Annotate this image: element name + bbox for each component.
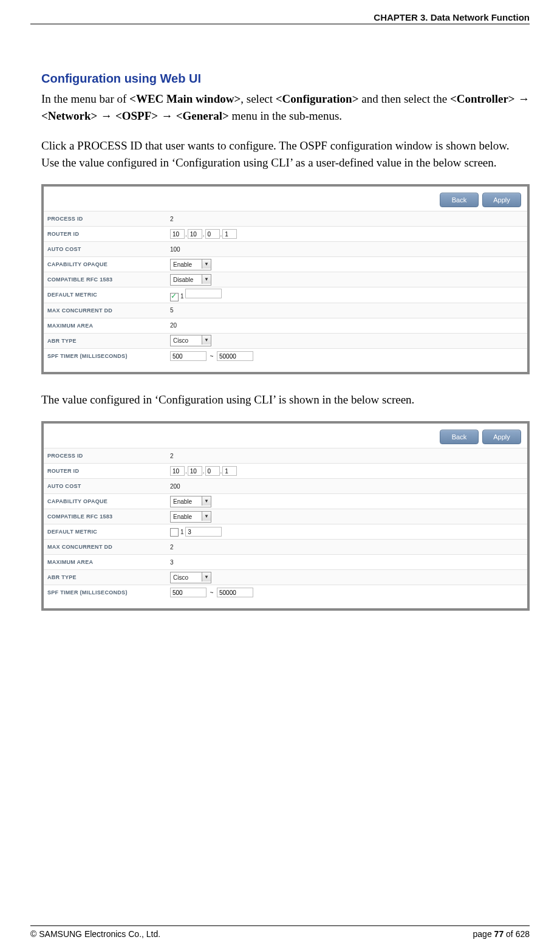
ospf-config-screenshot-1: Back Apply PROCESS ID 2 ROUTER ID 10.10.…	[41, 184, 530, 374]
text: and then select the	[359, 92, 450, 105]
label-max-concurrent-dd: MAX CONCURRENT DD	[44, 303, 166, 318]
abr-type-select[interactable]: Cisco▼	[170, 335, 211, 346]
default-metric-checkbox[interactable]	[170, 528, 179, 537]
label-abr-type: ABR TYPE	[44, 333, 166, 348]
select-value: Enable	[173, 498, 192, 505]
value-max-dd: 5	[166, 303, 527, 318]
compatible-rfc1583-select[interactable]: Disable▼	[170, 274, 211, 286]
bold: <WEC Main window>	[129, 92, 241, 105]
text: of 628	[504, 929, 530, 939]
back-button[interactable]: Back	[440, 193, 479, 207]
config-table: PROCESS ID 2 ROUTER ID 10.10.0.1 AUTO CO…	[44, 448, 527, 600]
spf-timer-from-input[interactable]: 500	[170, 588, 207, 597]
value-auto-cost: 100	[166, 242, 527, 257]
label-max-concurrent-dd: MAX CONCURRENT DD	[44, 540, 166, 555]
chevron-down-icon: ▼	[202, 512, 211, 521]
value-auto-cost: 200	[166, 479, 527, 494]
label-process-id: PROCESS ID	[44, 211, 166, 227]
page-footer: © SAMSUNG Electronics Co., Ltd. page 77 …	[30, 925, 530, 939]
text: Click a PROCESS ID that user wants to co…	[41, 139, 510, 152]
chevron-down-icon: ▼	[202, 275, 211, 284]
router-id-octet-4[interactable]: 1	[222, 466, 237, 476]
arrow-icon: →	[158, 109, 176, 122]
router-id-octet-3[interactable]: 0	[205, 229, 220, 239]
value-process-id: 2	[166, 448, 527, 464]
label-abr-type: ABR TYPE	[44, 570, 166, 585]
label-default-metric: DEFAULT METRIC	[44, 524, 166, 540]
text: , select	[241, 92, 276, 105]
abr-type-select[interactable]: Cisco▼	[170, 572, 211, 583]
ospf-config-screenshot-2: Back Apply PROCESS ID 2 ROUTER ID 10.10.…	[41, 421, 530, 611]
label-process-id: PROCESS ID	[44, 448, 166, 464]
back-button[interactable]: Back	[440, 430, 479, 444]
spf-timer-to-input[interactable]: 50000	[217, 351, 253, 361]
select-value: Disable	[173, 276, 193, 283]
default-metric-label: 1	[180, 293, 184, 300]
footer-copyright: © SAMSUNG Electronics Co., Ltd.	[30, 929, 160, 939]
label-default-metric: DEFAULT METRIC	[44, 287, 166, 303]
select-value: Cisco	[173, 574, 188, 581]
chevron-down-icon: ▼	[202, 335, 211, 345]
apply-button[interactable]: Apply	[482, 430, 521, 444]
default-metric-input[interactable]	[185, 289, 222, 298]
router-id-octet-1[interactable]: 10	[170, 466, 185, 476]
label-maximum-area: MAXIMUM AREA	[44, 318, 166, 333]
chevron-down-icon: ▼	[202, 259, 211, 269]
bold: <General>	[176, 109, 229, 122]
arrow-icon: →	[97, 109, 115, 122]
router-id-octet-3[interactable]: 0	[205, 466, 220, 476]
spf-timer-to-input[interactable]: 50000	[217, 588, 253, 597]
text: page	[473, 929, 494, 939]
text: menu in the sub-menus.	[229, 109, 342, 122]
default-metric-input[interactable]: 3	[185, 527, 222, 537]
chapter-header: CHAPTER 3. Data Network Function	[30, 12, 530, 22]
router-id-octet-2[interactable]: 10	[188, 466, 202, 476]
bold: <Controller>	[450, 92, 515, 105]
bold: <Network>	[41, 109, 97, 122]
section-title: Configuration using Web UI	[41, 72, 530, 86]
bold: <Configuration>	[276, 92, 359, 105]
router-id-octet-1[interactable]: 10	[170, 229, 185, 239]
chevron-down-icon: ▼	[202, 496, 211, 506]
value-process-id: 2	[166, 211, 527, 227]
chevron-down-icon: ▼	[202, 572, 211, 582]
arrow-icon: →	[515, 92, 530, 105]
label-compatible-rfc1583: COMPATIBLE RFC 1583	[44, 509, 166, 524]
bold: <OSPF>	[115, 109, 158, 122]
select-value: Cisco	[173, 337, 188, 344]
default-metric-label: 1	[180, 529, 184, 535]
compatible-rfc1583-select[interactable]: Enable▼	[170, 511, 211, 523]
value-max-area: 3	[166, 555, 527, 570]
default-metric-checkbox[interactable]	[170, 293, 179, 301]
label-router-id: ROUTER ID	[44, 464, 166, 479]
footer-page: page 77 of 628	[473, 929, 530, 939]
tilde: ~	[210, 589, 214, 596]
label-maximum-area: MAXIMUM AREA	[44, 555, 166, 570]
capability-opaque-select[interactable]: Enable▼	[170, 496, 211, 507]
label-spf-timer: SPF TIMER (MILLISECONDS)	[44, 585, 166, 600]
label-compatible-rfc1583: COMPATIBLE RFC 1583	[44, 272, 166, 287]
router-id-octet-2[interactable]: 10	[188, 229, 202, 239]
label-spf-timer: SPF TIMER (MILLISECONDS)	[44, 348, 166, 363]
label-router-id: ROUTER ID	[44, 227, 166, 242]
label-auto-cost: AUTO COST	[44, 242, 166, 257]
select-value: Enable	[173, 261, 192, 268]
config-table: PROCESS ID 2 ROUTER ID 10.10.0.1 AUTO CO…	[44, 211, 527, 363]
value-max-area: 20	[166, 318, 527, 333]
text: Use the value configured in ‘Configurati…	[41, 156, 497, 169]
mid-paragraph: The value configured in ‘Configuration u…	[41, 391, 530, 408]
text: In the menu bar of	[41, 92, 129, 105]
label-auto-cost: AUTO COST	[44, 479, 166, 494]
label-capability-opaque: CAPABILITY OPAQUE	[44, 257, 166, 272]
capability-opaque-select[interactable]: Enable▼	[170, 259, 211, 270]
label-capability-opaque: CAPABILITY OPAQUE	[44, 494, 166, 509]
intro-paragraph: In the menu bar of <WEC Main window>, se…	[41, 91, 530, 124]
router-id-octet-4[interactable]: 1	[222, 229, 237, 239]
tilde: ~	[210, 353, 214, 360]
value-max-dd: 2	[166, 540, 527, 555]
paragraph: Click a PROCESS ID that user wants to co…	[41, 137, 530, 171]
page-number: 77	[494, 929, 504, 939]
spf-timer-from-input[interactable]: 500	[170, 351, 207, 361]
select-value: Enable	[173, 513, 192, 520]
apply-button[interactable]: Apply	[482, 193, 521, 207]
